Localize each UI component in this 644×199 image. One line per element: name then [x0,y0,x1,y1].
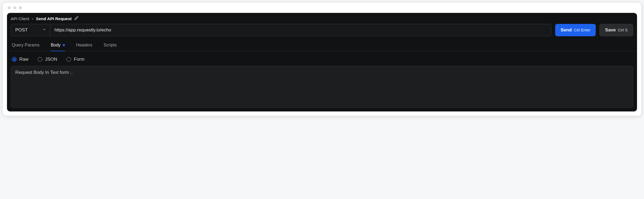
body-type-radios: Raw JSON Form [7,51,637,66]
send-button-shortcut: Ctrl Enter [574,28,590,32]
api-client-panel: API Client › Send API Request POST Send … [7,13,637,111]
save-button-shortcut: Ctrl S [618,28,628,32]
save-button-label: Save [605,27,616,33]
tab-headers[interactable]: Headers [76,40,92,51]
window-titlebar [3,3,641,13]
body-editor [11,66,633,108]
tab-body[interactable]: Body [51,40,65,51]
tab-label: Headers [76,43,92,48]
close-window-icon[interactable] [8,6,11,9]
method-url-group: POST [11,24,551,36]
radio-icon [38,57,42,62]
maximize-window-icon[interactable] [19,6,22,9]
save-button[interactable]: Save Ctrl S [599,24,633,36]
tab-label: Scripts [104,43,117,48]
radio-raw[interactable]: Raw [12,57,28,62]
radio-json[interactable]: JSON [38,57,57,62]
tab-query-params[interactable]: Query Params [12,40,39,51]
breadcrumb-current: Send API Request [36,16,72,21]
body-textarea[interactable] [11,66,633,106]
send-button[interactable]: Send Ctrl Enter [555,24,596,36]
edit-icon[interactable] [74,16,78,21]
breadcrumb-root[interactable]: API Client [11,16,29,21]
tab-scripts[interactable]: Scripts [104,40,117,51]
tab-label: Body [51,43,60,48]
chevron-down-icon [42,27,46,33]
http-method-select[interactable]: POST [11,24,50,36]
http-method-value: POST [15,27,28,33]
radio-icon [12,57,17,62]
request-row: POST Send Ctrl Enter Save Ctrl S [7,24,637,38]
send-button-label: Send [561,27,572,33]
radio-form[interactable]: Form [66,57,85,62]
radio-icon [66,57,71,62]
request-tabs: Query Params Body Headers Scripts [7,38,637,51]
app-window: API Client › Send API Request POST Send … [3,3,641,116]
radio-label: JSON [45,57,57,62]
tab-label: Query Params [12,43,39,48]
radio-label: Raw [19,57,28,62]
breadcrumb: API Client › Send API Request [7,13,637,24]
minimize-window-icon[interactable] [13,6,16,9]
dot-indicator-icon [63,44,65,46]
url-input[interactable] [50,24,551,36]
radio-label: Form [74,57,85,62]
chevron-right-icon: › [32,16,33,21]
